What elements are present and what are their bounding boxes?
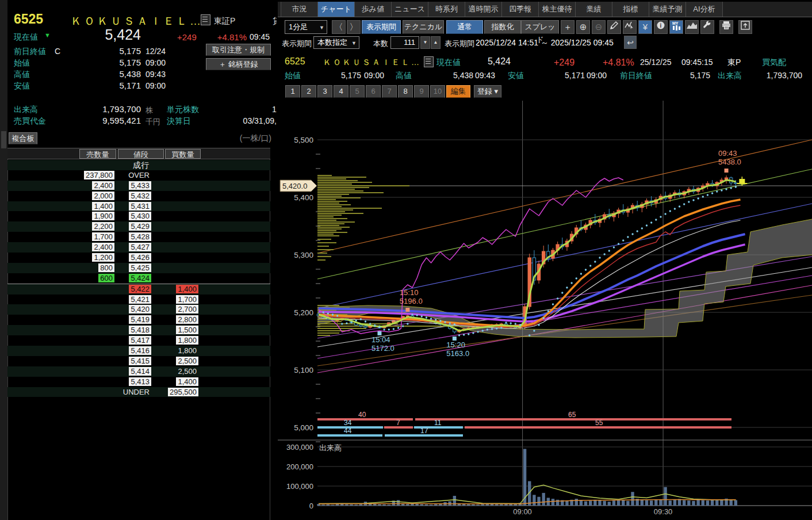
- col-price[interactable]: 値段: [118, 149, 164, 159]
- toolbar-button-指数化[interactable]: 指数化: [484, 20, 521, 34]
- bid-qty[interactable]: 1,400: [176, 285, 198, 293]
- page-button-1[interactable]: 1: [285, 85, 300, 98]
- toolbar-button-表示期間[interactable]: 表示期間: [362, 20, 401, 34]
- register-list-button[interactable]: 登録 ▾: [474, 85, 501, 98]
- memo-icon[interactable]: [201, 14, 210, 25]
- info-icon[interactable]: i: [654, 20, 668, 34]
- price-chart[interactable]: 5,5005,4005,3005,2005,1005,000300,000200…: [278, 101, 812, 520]
- col-buy-qty[interactable]: 買数量: [165, 149, 201, 159]
- zoom-in-icon[interactable]: ⊕: [576, 20, 590, 34]
- yen-icon[interactable]: ¥: [638, 20, 652, 34]
- export-icon[interactable]: [738, 20, 752, 34]
- tab-四季報[interactable]: 四季報: [502, 2, 539, 17]
- ask-price[interactable]: 5,428: [129, 232, 151, 241]
- tab-業績[interactable]: 業績: [576, 2, 612, 17]
- pencil-icon[interactable]: [607, 20, 621, 34]
- tab-適時開示[interactable]: 適時開示: [465, 2, 502, 17]
- ask-price[interactable]: 5,433: [129, 181, 151, 190]
- bid-price[interactable]: 5,414: [129, 367, 151, 376]
- page-button-3[interactable]: 3: [317, 85, 332, 98]
- bid-price[interactable]: 5,417: [129, 336, 151, 345]
- bid-qty[interactable]: 1,400: [176, 377, 198, 386]
- page-button-9[interactable]: 9: [414, 85, 429, 98]
- ask-qty[interactable]: 2,200: [92, 222, 114, 231]
- bid-price[interactable]: 5,419: [129, 315, 151, 324]
- ask-price[interactable]: 5,425: [129, 263, 151, 272]
- ask-qty[interactable]: 600: [98, 274, 114, 282]
- ask-qty[interactable]: 800: [98, 263, 114, 272]
- ask-qty[interactable]: 2,400: [92, 243, 114, 251]
- ask-price[interactable]: 5,430: [129, 212, 151, 220]
- ask-qty[interactable]: 1,900: [92, 212, 114, 220]
- composite-board-button[interactable]: 複合板: [9, 132, 37, 144]
- page-button-5[interactable]: 5: [350, 85, 365, 98]
- ask-price[interactable]: 5,424: [129, 274, 151, 282]
- count-increment-button[interactable]: ▲: [431, 36, 441, 49]
- bid-qty[interactable]: 2,500: [176, 357, 198, 365]
- bid-qty[interactable]: 1,700: [176, 295, 198, 304]
- bid-qty[interactable]: 1,500: [176, 326, 198, 334]
- bid-price[interactable]: 5,420: [129, 305, 151, 313]
- ask-qty[interactable]: 2,000: [92, 192, 114, 200]
- bid-qty[interactable]: 2,500: [176, 367, 198, 376]
- ask-price[interactable]: 5,432: [129, 192, 151, 200]
- edit-button[interactable]: 編集: [446, 85, 470, 98]
- tab-歩み値[interactable]: 歩み値: [355, 2, 392, 17]
- prev-button[interactable]: 〈: [332, 20, 346, 34]
- page-button-7[interactable]: 7: [382, 85, 397, 98]
- page-button-6[interactable]: 6: [366, 85, 381, 98]
- bid-price[interactable]: 5,413: [129, 377, 151, 386]
- memo-icon[interactable]: [424, 56, 434, 67]
- over-qty[interactable]: 237,800: [84, 171, 114, 179]
- col-sell-qty[interactable]: 売数量: [79, 149, 116, 159]
- tab-ニュース[interactable]: ニュース: [392, 2, 428, 17]
- page-button-10[interactable]: 10: [430, 85, 445, 98]
- tab-時系列[interactable]: 時系列: [428, 2, 465, 17]
- left-scrollbar[interactable]: [0, 0, 8, 520]
- bar-count-input[interactable]: 111: [390, 36, 419, 49]
- zoom-out-icon[interactable]: ⊖: [592, 20, 606, 34]
- bid-qty[interactable]: 2,800: [176, 315, 198, 324]
- bid-price[interactable]: 5,422: [129, 285, 151, 293]
- ask-price[interactable]: 5,427: [129, 243, 151, 251]
- tab-AI分析[interactable]: AI分析: [686, 2, 723, 17]
- scrollbar-thumb[interactable]: [1, 131, 6, 148]
- bid-price[interactable]: 5,416: [129, 346, 151, 355]
- ask-qty[interactable]: 2,400: [92, 181, 114, 190]
- trade-caution-button[interactable]: 取引注意・規制: [206, 44, 271, 56]
- ask-qty[interactable]: 1,700: [92, 232, 114, 241]
- ask-price[interactable]: 5,431: [129, 202, 151, 211]
- tab-株主優待[interactable]: 株主優待: [539, 2, 576, 17]
- bid-price[interactable]: 5,418: [129, 326, 151, 334]
- my-chart-icon[interactable]: MY: [669, 20, 683, 34]
- ask-qty[interactable]: 1,400: [92, 202, 114, 211]
- trendline-icon[interactable]: [623, 20, 637, 34]
- toolbar-button-スプレッド[interactable]: スプレッド: [521, 20, 559, 34]
- page-button-8[interactable]: 8: [398, 85, 413, 98]
- print-icon[interactable]: [719, 20, 733, 34]
- tab-業績予測[interactable]: 業績予測: [649, 2, 686, 17]
- over-label[interactable]: OVER: [127, 171, 151, 179]
- reset-range-button[interactable]: ↩: [624, 36, 637, 49]
- toolbar-button-テクニカル[interactable]: テクニカル: [403, 20, 444, 34]
- bid-price[interactable]: 5,415: [129, 357, 151, 365]
- ask-price[interactable]: 5,429: [129, 222, 151, 231]
- toolbar-button-通常[interactable]: 通常: [446, 20, 483, 34]
- under-qty[interactable]: 295,500: [168, 388, 198, 396]
- register-symbol-button[interactable]: ＋ 銘柄登録: [206, 58, 271, 70]
- bid-price[interactable]: 5,421: [129, 295, 151, 304]
- wrench-icon[interactable]: [700, 20, 714, 34]
- tab-指標[interactable]: 指標: [612, 2, 649, 17]
- add-icon[interactable]: ＋: [561, 20, 574, 34]
- bid-qty[interactable]: 2,700: [176, 305, 198, 313]
- tab-チャート[interactable]: チャート: [318, 2, 355, 17]
- bid-qty[interactable]: 1,800: [176, 336, 198, 345]
- mountain-icon[interactable]: [685, 20, 699, 34]
- tab-市況[interactable]: 市況: [281, 2, 318, 17]
- interval-select[interactable]: 1分足▼: [285, 20, 327, 34]
- range-mode-select[interactable]: 本数指定▼: [313, 36, 359, 49]
- ask-qty[interactable]: 1,200: [92, 253, 114, 262]
- page-button-2[interactable]: 2: [301, 85, 316, 98]
- under-label[interactable]: UNDER: [121, 388, 151, 396]
- bid-qty[interactable]: 1,800: [176, 346, 198, 355]
